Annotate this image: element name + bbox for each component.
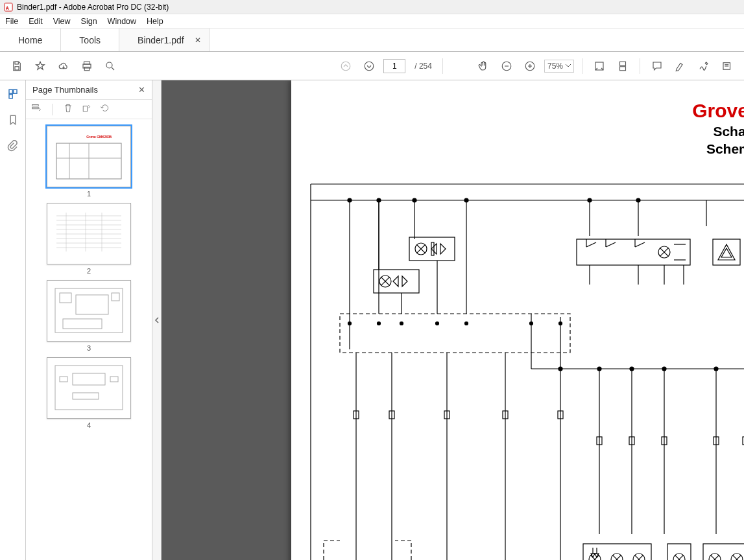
svg-rect-46 <box>76 295 108 314</box>
delete-icon[interactable] <box>63 103 73 116</box>
pointer-icon[interactable] <box>451 57 469 75</box>
cloud-icon[interactable] <box>54 57 73 75</box>
window-title: Binder1.pdf - Adobe Acrobat Pro DC (32-b… <box>17 3 169 12</box>
thumbnail-3[interactable]: 3 <box>47 280 131 352</box>
svg-rect-27 <box>83 106 87 111</box>
svg-text:A: A <box>6 5 9 10</box>
menu-view[interactable]: View <box>53 17 71 26</box>
svg-rect-23 <box>13 89 16 93</box>
tab-tools[interactable]: Tools <box>61 29 119 51</box>
svg-line-92 <box>635 242 645 247</box>
svg-marker-84 <box>440 244 446 254</box>
thumbnails-list[interactable]: Grove GMK2035 1 2 3 4 <box>26 119 152 560</box>
svg-rect-102 <box>713 239 740 265</box>
svg-point-9 <box>342 62 351 71</box>
options-icon[interactable] <box>31 103 42 116</box>
thumbnail-1[interactable]: Grove GMK2035 1 <box>47 126 131 198</box>
page-down-icon[interactable] <box>360 57 378 75</box>
svg-rect-49 <box>55 366 123 410</box>
svg-point-106 <box>348 322 352 325</box>
main-area: Page Thumbnails ✕ Grove GMK2035 1 2 3 <box>0 80 744 560</box>
svg-rect-2 <box>15 62 18 64</box>
doc-subtitle-1: Schaltpläne Elektrik <box>692 123 744 139</box>
rotate-pages-icon[interactable] <box>81 103 91 116</box>
fit-width-icon[interactable] <box>590 57 608 75</box>
highlight-icon[interactable] <box>671 57 690 75</box>
svg-rect-48 <box>63 319 102 329</box>
svg-rect-18 <box>620 66 626 70</box>
svg-text:Grove GMK2035: Grove GMK2035 <box>86 135 112 139</box>
svg-line-8 <box>112 67 114 70</box>
document-viewport[interactable]: Grove GMK2035 Schaltpläne Elektrik Schem… <box>162 80 744 560</box>
menubar: File Edit View Sign Window Help <box>0 14 744 29</box>
svg-marker-75 <box>402 276 407 286</box>
svg-rect-47 <box>112 293 119 301</box>
svg-rect-26 <box>32 107 39 108</box>
zoom-out-icon[interactable] <box>498 57 516 75</box>
thumbnails-tools <box>26 100 152 119</box>
pdf-icon: A <box>4 3 13 12</box>
collapse-sidebar-icon[interactable] <box>152 80 162 560</box>
tabbar: Home Tools Binder1.pdf ✕ <box>0 29 744 52</box>
menu-sign[interactable]: Sign <box>81 17 97 26</box>
doc-title: Grove GMK2035 <box>692 100 744 122</box>
menu-file[interactable]: File <box>5 17 18 26</box>
page-total: / 254 <box>414 62 432 71</box>
undo-icon[interactable] <box>99 103 110 116</box>
scroll-mode-icon[interactable] <box>614 57 632 75</box>
zoom-in-icon[interactable] <box>521 57 539 75</box>
attachment-icon[interactable] <box>6 139 20 153</box>
tab-document[interactable]: Binder1.pdf ✕ <box>119 29 210 51</box>
bookmark-icon[interactable] <box>6 113 20 127</box>
svg-point-111 <box>530 322 533 325</box>
more-icon[interactable] <box>718 57 736 75</box>
svg-rect-25 <box>32 104 39 106</box>
svg-marker-74 <box>393 276 398 286</box>
save-icon[interactable] <box>8 57 26 75</box>
star-icon[interactable] <box>31 57 49 75</box>
print-icon[interactable] <box>78 57 96 75</box>
svg-rect-6 <box>84 67 90 70</box>
svg-line-90 <box>606 242 616 247</box>
page-number-input[interactable] <box>383 59 405 73</box>
svg-marker-104 <box>721 248 732 257</box>
search-icon[interactable] <box>101 57 119 75</box>
thumbnail-4[interactable]: 4 <box>47 357 131 429</box>
svg-rect-52 <box>110 377 118 382</box>
main-toolbar: / 254 75% <box>0 52 744 80</box>
svg-line-88 <box>586 242 596 247</box>
svg-rect-86 <box>577 239 690 265</box>
zoom-select[interactable]: 75% <box>544 60 574 73</box>
svg-point-109 <box>436 322 439 325</box>
svg-rect-17 <box>620 62 626 65</box>
nav-rail <box>0 80 26 560</box>
svg-point-112 <box>559 322 562 325</box>
svg-rect-50 <box>73 373 105 385</box>
close-panel-icon[interactable]: ✕ <box>138 85 145 95</box>
thumbnails-title: Page Thumbnails <box>32 85 98 95</box>
svg-point-108 <box>400 322 403 325</box>
doc-subtitle-2: Schematics Electrics <box>692 141 744 157</box>
thumbnail-2[interactable]: 2 <box>47 203 131 275</box>
svg-point-7 <box>106 62 112 68</box>
thumbnails-icon[interactable] <box>6 87 20 101</box>
svg-point-107 <box>378 322 381 325</box>
hand-icon[interactable] <box>474 57 492 75</box>
schematic-diagram <box>304 178 744 560</box>
svg-rect-51 <box>60 377 67 382</box>
menu-edit[interactable]: Edit <box>29 17 43 26</box>
document-page: Grove GMK2035 Schaltpläne Elektrik Schem… <box>291 80 744 560</box>
page-up-icon[interactable] <box>337 57 355 75</box>
tab-home[interactable]: Home <box>0 29 61 51</box>
svg-rect-155 <box>667 544 691 560</box>
menu-help[interactable]: Help <box>147 17 163 26</box>
svg-rect-53 <box>73 393 99 399</box>
svg-rect-70 <box>374 270 419 293</box>
comment-icon[interactable] <box>648 57 666 75</box>
svg-point-118 <box>558 367 562 371</box>
sign-icon[interactable] <box>695 57 713 75</box>
svg-rect-105 <box>340 314 570 353</box>
svg-rect-78 <box>409 237 455 261</box>
menu-window[interactable]: Window <box>108 17 136 26</box>
close-icon[interactable]: ✕ <box>195 36 201 45</box>
